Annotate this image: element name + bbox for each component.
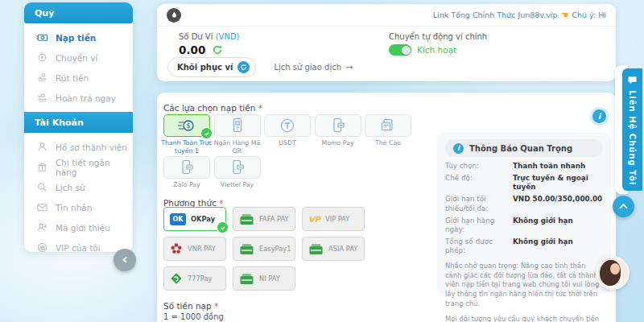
restore-wallet-button[interactable]: Khôi phục ví: [167, 57, 256, 77]
contact-us-tab[interactable]: Liên Hệ Chúng Tôi: [622, 68, 642, 191]
method-label: EasyPay1: [259, 245, 291, 253]
info-icon[interactable]: [592, 109, 606, 123]
wallet-transfer-icon: [36, 52, 48, 64]
notice-row: Giới hạn hàng ngày: Không giới hạn: [445, 217, 603, 235]
check-icon: [217, 221, 229, 233]
notice-row: Tổng số được phép: Không giới hạn: [445, 237, 603, 256]
wallet-card-body: Số Dư Ví (VND) 0.00 Chuyển tự động ví ch…: [157, 27, 616, 82]
header-notice-text: Chú ý: Hi: [572, 10, 606, 19]
notice-warning-2: Mọi đối tượng yêu cầu quý khách chuyển t…: [445, 315, 603, 322]
deposit-option-label: Thanh Toán Trực tuyến 1: [159, 139, 215, 155]
sidebar-item-instant-refund[interactable]: Hoàn trả ngay: [24, 88, 133, 108]
auto-transfer-toggle[interactable]: [389, 44, 411, 56]
history-icon: [36, 181, 48, 193]
sidebar-item-label: Mã giới thiệu: [56, 223, 110, 233]
payment-method-grid: OK OKPay FAFA PAY VP VIP PAY VNR PAY Eas…: [163, 207, 365, 291]
deposit-amount-hint: 1 = 1000 đồng: [163, 312, 224, 321]
sidebar-item-referral-code[interactable]: Mã giới thiệu: [24, 217, 133, 237]
usdt-coin-icon: [279, 117, 296, 134]
wallet-card: Link Tổng Chỉnh Thức Jun88v.vip ☚ Chú ý:…: [157, 4, 616, 81]
notice-row-label: Chế độ:: [445, 174, 513, 192]
required-mark: *: [258, 103, 262, 113]
deposit-option-label: Ngân Hàng Mã QR: [209, 139, 266, 155]
sidebar-item-member-profile[interactable]: Hồ sơ thành viên: [24, 137, 133, 157]
sidebar-item-withdraw[interactable]: Rút tiền: [24, 68, 133, 88]
sidebar-group-account: Hồ sơ thành viên Chi tiết ngân hàng Lịch…: [24, 133, 133, 262]
coin-fast-icon: $: [177, 117, 196, 134]
notice-header: Thông Báo Quan Trọng: [445, 139, 603, 157]
deposit-option-momo-pay[interactable]: Momo Pay: [315, 114, 361, 155]
droplet-logo-icon: [167, 8, 181, 23]
auto-transfer-block: Chuyển tự động ví chính Kích hoạt: [389, 32, 487, 56]
sidebar-section-account: Tài Khoản: [24, 112, 133, 133]
method-label: ASIA PAY: [328, 245, 357, 253]
withdraw-icon: [36, 72, 48, 84]
notice-row: Chế độ: Trực tuyến & ngoại tuyến: [445, 174, 603, 192]
notice-row-value: VND 50.00/350,000.00: [513, 195, 602, 213]
deposit-option-label: Viettel Pay: [209, 181, 266, 189]
important-notice-panel: Thông Báo Quan Trọng Tùy chọn: Thanh toá…: [437, 133, 611, 294]
sidebar-section-title: Tài Khoản: [35, 118, 84, 128]
message-icon: [36, 201, 48, 213]
method-ni-pay[interactable]: NI PAY: [233, 266, 295, 291]
notice-row-value: Thanh toán nhanh: [513, 162, 585, 171]
method-vip-pay[interactable]: VP VIP PAY: [302, 207, 365, 231]
phone-pay-icon: [178, 159, 196, 176]
deposit-option-label: Zalo Pay: [159, 181, 215, 189]
method-label: 777Pay: [188, 275, 212, 283]
green-diamond-logo: [170, 272, 183, 285]
method-okpay[interactable]: OK OKPay: [163, 207, 226, 231]
method-asia-pay[interactable]: ASIA PAY: [302, 237, 365, 261]
deposit-option-label: USDT: [259, 139, 316, 147]
referral-code-icon: [36, 221, 48, 233]
restore-wallet-icon: [237, 61, 250, 73]
wallet-card-header: Link Tổng Chỉnh Thức Jun88v.vip ☚ Chú ý:…: [157, 4, 616, 27]
deposit-option-online-payment[interactable]: $ Thanh Toán Trực tuyến 1: [163, 114, 210, 155]
phone-pay-icon: [229, 159, 246, 176]
vip-pay-logo: VP: [308, 215, 320, 224]
sidebar-item-history[interactable]: Lịch sử: [24, 177, 133, 197]
method-777pay[interactable]: 777Pay: [163, 266, 226, 291]
green-wallet-logo: [239, 213, 254, 225]
sidebar-collapse-button[interactable]: [114, 249, 136, 271]
restore-wallet-label: Khôi phục ví: [177, 63, 233, 72]
method-fafa-pay[interactable]: FAFA PAY: [233, 207, 295, 231]
sidebar-item-wallet-transfer[interactable]: Chuyển ví: [24, 47, 133, 68]
support-agent-avatar[interactable]: [596, 256, 630, 290]
notice-row-value: Trực tuyến & ngoại tuyến: [513, 174, 603, 192]
phone-pay-icon: [329, 117, 347, 134]
deposit-option-viettel-pay[interactable]: Viettel Pay: [214, 156, 261, 189]
notice-row-label: Giới hạn hàng ngày:: [445, 217, 513, 235]
bank-details-icon: [36, 161, 48, 173]
deposit-option-usdt[interactable]: USDT: [264, 114, 311, 155]
refresh-icon[interactable]: [212, 44, 223, 56]
balance-value: 0.00: [179, 43, 205, 56]
deposit-option-scratch-card[interactable]: Thẻ Cào: [365, 114, 411, 155]
check-icon: [200, 127, 213, 139]
notice-row: Giới hạn tối thiểu/tối đa: VND 50.00/350…: [445, 195, 603, 213]
method-vnr-pay[interactable]: VNR PAY: [163, 237, 226, 261]
sidebar-item-label: Nạp tiền: [56, 33, 96, 43]
notice-row-value: Không giới hạn: [513, 237, 573, 256]
method-label: VNR PAY: [188, 245, 216, 253]
deposit-money-icon: [36, 31, 48, 43]
pointing-hand-icon: ☚: [560, 10, 568, 20]
transaction-history-link[interactable]: Lịch sử giao dịch →: [274, 63, 353, 72]
official-link-text: Link Tổng Chỉnh Thức Jun88v.vip: [433, 10, 558, 19]
deposit-amount-label: Số tiền nạp *: [163, 301, 218, 311]
sidebar-item-bank-details[interactable]: Chi tiết ngân hàng: [24, 157, 133, 177]
method-label: NI PAY: [259, 275, 280, 283]
contact-us-label: Liên Hệ Chúng Tôi: [628, 90, 637, 185]
deposit-option-zalo-pay[interactable]: Zalo Pay: [163, 156, 210, 189]
sidebar-item-deposit[interactable]: Nạp tiền: [24, 27, 133, 47]
vip-icon: [36, 242, 48, 254]
deposit-option-bank-qr[interactable]: Ngân Hàng Mã QR: [214, 114, 261, 155]
sidebar-item-messages[interactable]: Tin nhắn: [24, 197, 133, 217]
required-mark: *: [214, 301, 218, 311]
green-wallet-logo: [308, 243, 324, 255]
official-link[interactable]: Link Tổng Chỉnh Thức Jun88v.vip ☚ Chú ý:…: [433, 10, 606, 20]
method-label: OKPay: [191, 215, 215, 223]
sidebar-section-funds: Quỹ: [24, 2, 133, 23]
scroll-to-top-button[interactable]: [613, 196, 634, 217]
method-easypay1[interactable]: EasyPay1: [233, 237, 295, 261]
